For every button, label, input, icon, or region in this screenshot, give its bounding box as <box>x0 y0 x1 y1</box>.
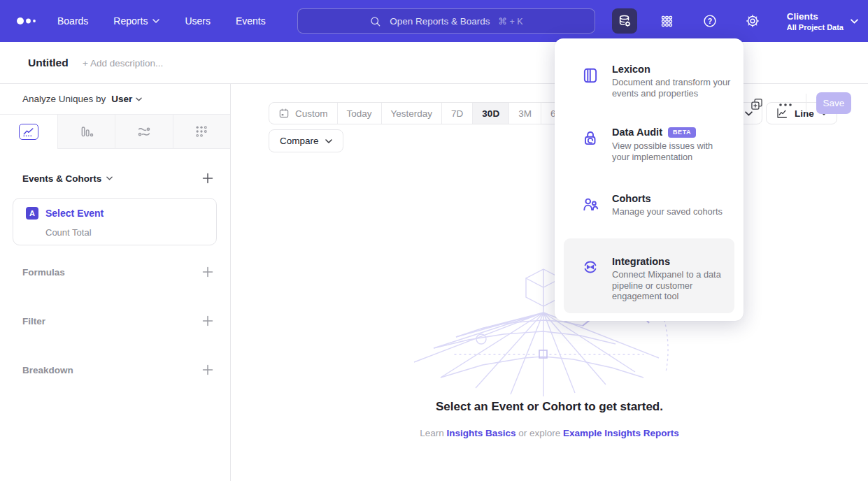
beta-badge: BETA <box>668 127 696 138</box>
range-label: Custom <box>295 108 328 119</box>
compare-dropdown[interactable]: Compare <box>269 129 343 152</box>
add-event-button[interactable] <box>202 173 213 184</box>
data-management-button[interactable] <box>612 8 637 34</box>
insights-basics-link[interactable]: Insights Basics <box>446 428 515 438</box>
filter-section: Filter <box>22 311 213 331</box>
nav-item-label: Users <box>185 15 211 27</box>
project-selector[interactable]: Clients All Project Data <box>787 10 858 32</box>
plus-icon <box>202 315 213 326</box>
report-description-placeholder[interactable]: + Add description... <box>83 42 163 84</box>
menu-item-title: Lexicon <box>612 64 650 75</box>
data-audit-description: View possible issues with your implement… <box>612 141 732 162</box>
data-audit-icon <box>581 129 599 148</box>
settings-button[interactable] <box>740 8 765 34</box>
nav-menu: Boards Reports Users Events <box>57 15 266 27</box>
query-sidebar: Analyze Uniques by User <box>0 84 231 481</box>
nav-item-events[interactable]: Events <box>236 15 266 27</box>
plus-icon <box>202 266 213 278</box>
breakdown-label: Breakdown <box>22 365 73 375</box>
duplicate-report-button[interactable] <box>750 97 764 111</box>
event-aggregation-label[interactable]: Count Total <box>45 227 92 238</box>
search-icon <box>369 15 381 27</box>
cohorts-icon <box>581 195 599 213</box>
menu-item-title: Integrations <box>612 256 670 267</box>
top-nav: Boards Reports Users Events Open Reports… <box>0 0 868 42</box>
events-cohorts-header: Events & Cohorts <box>22 168 213 188</box>
range-label: 30D <box>482 108 499 119</box>
formulas-label: Formulas <box>22 267 65 278</box>
plus-icon <box>202 173 213 184</box>
integrations-title: Integrations <box>612 256 670 267</box>
range-yesterday[interactable]: Yesterday <box>381 103 442 124</box>
gear-icon <box>745 13 760 29</box>
range-label: 3M <box>518 108 532 119</box>
analyze-unit-value: User <box>111 94 132 104</box>
formulas-section: Formulas <box>22 262 213 282</box>
analyze-prefix: Analyze Uniques by <box>22 94 106 104</box>
range-custom[interactable]: Custom <box>269 103 337 124</box>
menu-item-title: Data Audit BETA <box>612 127 696 138</box>
chevron-down-icon <box>851 19 858 24</box>
more-options-button[interactable] <box>778 101 793 109</box>
tab-flows[interactable] <box>115 115 173 149</box>
tab-retention[interactable] <box>173 115 231 149</box>
range-3m[interactable]: 3M <box>508 103 541 124</box>
chart-style-label: Line <box>795 108 814 119</box>
plus-icon <box>202 364 213 375</box>
header-divider <box>806 94 806 116</box>
compare-label: Compare <box>280 136 319 146</box>
help-button[interactable]: ? <box>697 8 723 34</box>
flows-icon <box>136 124 152 139</box>
select-event-label[interactable]: Select Event <box>45 208 104 219</box>
mixpanel-logo-icon[interactable] <box>14 13 42 29</box>
tab-insights-line[interactable] <box>0 115 57 149</box>
range-7d[interactable]: 7D <box>441 103 472 124</box>
chevron-down-icon <box>745 111 753 116</box>
range-label: 7D <box>451 108 463 119</box>
range-today[interactable]: Today <box>337 103 381 124</box>
project-scope: All Project Data <box>787 22 844 32</box>
bar-chart-icon <box>79 124 94 139</box>
range-label: Today <box>347 108 372 119</box>
cohorts-title: Cohorts <box>612 193 651 204</box>
events-cohorts-toggle[interactable]: Events & Cohorts <box>22 173 113 184</box>
add-formula-button[interactable] <box>202 266 213 278</box>
chevron-down-icon <box>152 19 159 23</box>
help-middle: or explore <box>515 428 563 438</box>
nav-item-label: Reports <box>113 15 148 27</box>
empty-state-title: Select an Event or Cohort to get started… <box>231 400 868 414</box>
analyze-unit-dropdown[interactable]: User <box>111 94 142 104</box>
duplicate-icon <box>750 97 764 111</box>
example-reports-link[interactable]: Example Insights Reports <box>563 428 679 438</box>
range-label: Yesterday <box>391 108 433 119</box>
chevron-down-icon <box>325 139 332 143</box>
tab-bar[interactable] <box>57 115 115 149</box>
save-button[interactable]: Save <box>816 92 851 114</box>
apps-grid-button[interactable] <box>655 8 680 34</box>
nav-item-label: Events <box>236 15 266 27</box>
event-card[interactable]: A Select Event Count Total <box>13 198 217 245</box>
event-series-badge: A <box>26 207 38 220</box>
nav-right-cluster: ? Clients All Project Data <box>612 0 858 42</box>
range-30d[interactable]: 30D <box>472 103 508 124</box>
retention-grid-icon <box>194 124 208 138</box>
calendar-icon <box>278 108 290 119</box>
analyze-row: Analyze Uniques by User <box>0 84 230 115</box>
add-filter-button[interactable] <box>202 315 213 326</box>
lexicon-icon <box>581 66 599 85</box>
report-title[interactable]: Untitled <box>28 42 69 84</box>
breakdown-section: Breakdown <box>22 360 213 380</box>
svg-text:?: ? <box>707 17 711 25</box>
empty-state-help-line: Learn Insights Basics or explore Example… <box>231 428 868 438</box>
help-icon: ? <box>702 13 718 29</box>
nav-item-reports[interactable]: Reports <box>113 15 159 27</box>
search-placeholder: Open Reports & Boards <box>390 16 490 27</box>
chart-type-tabs <box>0 115 230 149</box>
chevron-down-icon <box>136 97 142 101</box>
nav-item-users[interactable]: Users <box>185 15 211 27</box>
data-management-menu: Lexicon Document and transform your even… <box>555 38 744 321</box>
nav-item-boards[interactable]: Boards <box>57 15 88 27</box>
lexicon-description: Document and transform your events and p… <box>612 77 732 99</box>
add-breakdown-button[interactable] <box>202 364 213 375</box>
global-search-input[interactable]: Open Reports & Boards ⌘ + K <box>297 8 595 34</box>
